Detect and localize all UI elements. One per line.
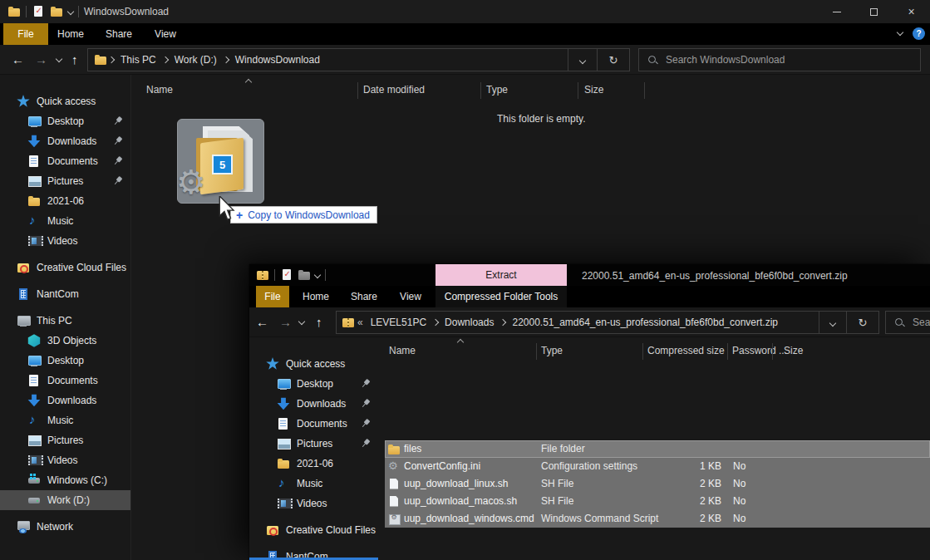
column-separator[interactable]: [644, 82, 645, 99]
sidebar-item-2021-06[interactable]: 2021-06: [0, 191, 130, 211]
sidebar-item-downloads-pc[interactable]: Downloads: [0, 391, 130, 410]
sidebar-item-desktop-pc[interactable]: Desktop: [0, 351, 130, 371]
sidebar-item-music[interactable]: Music: [0, 211, 130, 231]
sidebar-item-documents[interactable]: Documents: [0, 151, 130, 171]
sidebar-item-music[interactable]: Music: [249, 474, 378, 494]
sidebar-item-downloads[interactable]: Downloads: [0, 131, 130, 151]
sidebar-item-3d-objects[interactable]: 3D Objects: [0, 331, 130, 351]
sidebar-item-videos[interactable]: Videos: [0, 231, 130, 251]
tab-view[interactable]: View: [392, 286, 429, 307]
sidebar-item-videos-pc[interactable]: Videos: [0, 450, 130, 470]
sidebar-item-this-pc[interactable]: This PC: [0, 311, 130, 331]
file-row-uup-download-windows-cmd[interactable]: uup_download_windows.cmd Windows Command…: [385, 510, 930, 528]
new-folder-qat-icon[interactable]: [50, 5, 63, 18]
breadcrumb-this-pc[interactable]: This PC: [116, 54, 161, 66]
sidebar-item-desktop[interactable]: Desktop: [0, 111, 130, 131]
sidebar-item-2021-06[interactable]: 2021-06: [249, 454, 378, 474]
column-header-date-modified[interactable]: Date modified: [363, 84, 425, 96]
recent-locations-icon[interactable]: [298, 318, 305, 325]
breadcrumb-level51pc[interactable]: LEVEL51PC: [366, 317, 431, 328]
file-icon: [387, 495, 401, 508]
tab-share[interactable]: Share: [346, 286, 382, 307]
address-dropdown-icon[interactable]: [568, 54, 597, 66]
column-separator[interactable]: [727, 343, 728, 360]
properties-qat-icon[interactable]: [32, 5, 45, 18]
column-separator[interactable]: [578, 82, 578, 99]
up-icon[interactable]: ↑: [71, 52, 78, 66]
qat-dropdown-icon[interactable]: [314, 272, 321, 278]
column-header-name[interactable]: Name: [389, 345, 416, 356]
column-header-name[interactable]: Name: [146, 84, 173, 96]
sidebar-item-music-pc[interactable]: Music: [0, 410, 130, 430]
tab-compressed-folder-tools[interactable]: Compressed Folder Tools: [435, 286, 567, 307]
column-header-password[interactable]: Password ...: [732, 345, 787, 356]
sidebar-item-work-d[interactable]: Work (D:): [0, 490, 130, 510]
sidebar-item-pictures-pc[interactable]: Pictures: [0, 430, 130, 450]
sidebar-item-windows-c[interactable]: Windows (C:): [0, 470, 130, 490]
column-separator[interactable]: [357, 82, 358, 99]
w1-titlebar[interactable]: WindowsDownload ×: [0, 0, 930, 23]
breadcrumb-work-d[interactable]: Work (D:): [170, 54, 222, 66]
column-separator[interactable]: [536, 343, 537, 360]
tab-file[interactable]: File: [3, 23, 48, 45]
qat-dropdown-icon[interactable]: [67, 8, 74, 15]
file-row-uup-download-linux-sh[interactable]: uup_download_linux.sh SH File 2 KB No: [385, 475, 930, 493]
sidebar-item-network[interactable]: Network: [0, 517, 130, 537]
file-row-uup-download-macos-sh[interactable]: uup_download_macos.sh SH File 2 KB No: [385, 493, 930, 510]
drag-ghost-tile[interactable]: ⚙ 5: [177, 119, 264, 204]
refresh-icon[interactable]: ↻: [847, 317, 878, 329]
column-header-size[interactable]: Size: [584, 84, 603, 96]
back-icon[interactable]: ←: [12, 52, 24, 66]
file-row-files[interactable]: files File folder: [385, 440, 930, 458]
tab-share[interactable]: Share: [101, 23, 137, 45]
tab-view[interactable]: View: [147, 23, 184, 45]
sidebar-item-quick-access[interactable]: Quick access: [249, 354, 378, 374]
sidebar-item-creative-cloud-files[interactable]: Creative Cloud Files: [249, 520, 378, 540]
up-icon[interactable]: ↑: [316, 315, 322, 329]
address-dropdown-icon[interactable]: [819, 317, 846, 328]
sidebar-item-desktop[interactable]: Desktop: [249, 374, 378, 394]
maximize-button[interactable]: [855, 0, 893, 23]
sidebar-item-pictures[interactable]: Pictures: [0, 171, 130, 191]
forward-icon[interactable]: →: [35, 52, 47, 66]
minimize-button[interactable]: [818, 0, 855, 23]
expand-ribbon-icon[interactable]: [897, 29, 903, 36]
breadcrumb-zip-file[interactable]: 22000.51_amd64_en-us_professional_bfe6f0…: [507, 317, 783, 328]
tab-file[interactable]: File: [256, 286, 289, 307]
recent-locations-icon[interactable]: [56, 56, 62, 62]
search-input[interactable]: [666, 54, 883, 66]
sidebar-item-documents-pc[interactable]: Documents: [0, 371, 130, 391]
sidebar-item-documents[interactable]: Documents: [249, 414, 378, 434]
sidebar-item-quick-access[interactable]: Quick access: [0, 91, 130, 111]
column-header-type[interactable]: Type: [486, 84, 508, 96]
search-box[interactable]: [885, 311, 930, 334]
breadcrumb-downloads[interactable]: Downloads: [440, 317, 499, 328]
sidebar-item-creative-cloud-files[interactable]: Creative Cloud Files: [0, 258, 130, 278]
back-icon[interactable]: ←: [256, 315, 268, 329]
column-header-size[interactable]: Size: [784, 345, 803, 356]
search-box[interactable]: [638, 48, 921, 71]
address-box[interactable]: This PC Work (D:) WindowsDownload ↻: [87, 48, 630, 71]
sidebar-item-downloads[interactable]: Downloads: [249, 394, 378, 414]
search-input[interactable]: [913, 317, 930, 328]
file-row-convertconfig-ini[interactable]: ConvertConfig.ini Configuration settings…: [385, 458, 930, 475]
column-header-type[interactable]: Type: [541, 345, 563, 356]
new-folder-qat-icon[interactable]: [298, 268, 311, 282]
column-separator[interactable]: [642, 343, 643, 360]
sidebar-item-pictures[interactable]: Pictures: [249, 434, 378, 454]
forward-icon[interactable]: →: [279, 315, 292, 329]
tab-home[interactable]: Home: [298, 286, 334, 307]
address-box[interactable]: « LEVEL51PC Downloads 22000.51_amd64_en-…: [336, 311, 879, 334]
tab-home[interactable]: Home: [52, 23, 89, 45]
properties-qat-icon[interactable]: [280, 268, 293, 282]
breadcrumb-overflow-icon[interactable]: «: [355, 317, 366, 328]
sidebar-item-nantcom[interactable]: NantCom: [0, 284, 130, 304]
close-button[interactable]: ×: [893, 0, 930, 23]
column-separator[interactable]: [772, 343, 773, 360]
column-header-compressed-size[interactable]: Compressed size: [647, 345, 725, 356]
breadcrumb-windowsdownload[interactable]: WindowsDownload: [230, 54, 325, 66]
column-separator[interactable]: [480, 82, 481, 99]
sidebar-item-videos[interactable]: Videos: [249, 494, 378, 513]
refresh-icon[interactable]: ↻: [598, 54, 629, 66]
help-icon[interactable]: ?: [913, 27, 925, 40]
